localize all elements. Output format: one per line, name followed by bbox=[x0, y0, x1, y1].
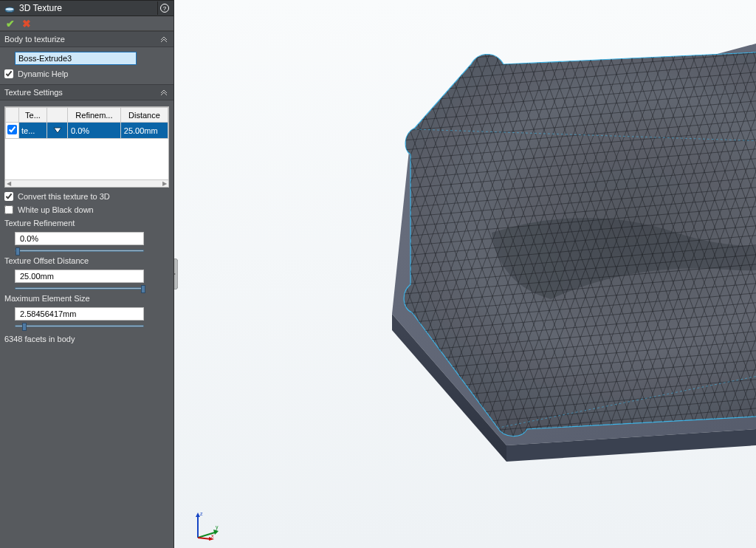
offset-label: Texture Offset Distance bbox=[4, 256, 169, 265]
panel-splitter-handle[interactable] bbox=[174, 258, 178, 290]
section-head-settings[interactable]: Texture Settings bbox=[0, 84, 173, 100]
elem-slider[interactable] bbox=[15, 325, 144, 327]
axis-y-label: y bbox=[216, 524, 219, 530]
axis-x-label: x bbox=[211, 533, 214, 538]
svg-line-237 bbox=[381, 33, 756, 43]
body-selection-input[interactable] bbox=[15, 52, 137, 65]
elem-input[interactable] bbox=[15, 307, 144, 321]
viewport-3d[interactable]: z y x bbox=[174, 0, 756, 548]
slider-thumb[interactable] bbox=[16, 247, 20, 256]
col-refinement[interactable]: Refinem... bbox=[68, 108, 121, 123]
section-head-body[interactable]: Body to texturize bbox=[0, 31, 173, 47]
col-texture[interactable]: Te... bbox=[19, 108, 47, 123]
confirm-row: ✔ ✖ bbox=[0, 16, 173, 31]
panel-title: 3D Texture bbox=[16, 3, 157, 13]
svg-line-128 bbox=[381, 33, 387, 462]
white-black-label: White up Black down bbox=[18, 205, 94, 214]
texture-icon bbox=[3, 1, 16, 15]
table-hscroll[interactable]: ◀▶ bbox=[5, 179, 168, 187]
offset-slider[interactable] bbox=[15, 287, 144, 290]
svg-line-18 bbox=[381, 33, 387, 462]
section-title: Body to texturize bbox=[4, 35, 65, 44]
help-icon[interactable]: ? bbox=[157, 1, 171, 15]
dynamic-help-checkbox[interactable] bbox=[4, 69, 13, 78]
collapse-icon[interactable] bbox=[159, 87, 169, 97]
row-enable-checkbox[interactable] bbox=[7, 125, 17, 134]
svg-marker-299 bbox=[213, 530, 219, 535]
view-triad[interactable]: z y x bbox=[189, 510, 220, 541]
slider-thumb[interactable] bbox=[22, 323, 27, 331]
elem-label: Maximum Element Size bbox=[4, 294, 169, 303]
svg-line-129 bbox=[381, 33, 397, 462]
collapse-icon[interactable] bbox=[159, 34, 169, 44]
slider-thumb[interactable] bbox=[141, 285, 145, 293]
svg-line-298 bbox=[198, 532, 217, 538]
offset-input[interactable] bbox=[15, 270, 144, 283]
facets-count: 6348 facets in body bbox=[4, 335, 169, 343]
row-name[interactable]: te... bbox=[19, 123, 47, 139]
section-texture-settings: Texture Settings Te... Refinem... Distan… bbox=[0, 84, 173, 349]
cancel-button[interactable]: ✖ bbox=[22, 18, 31, 30]
svg-line-19 bbox=[381, 33, 397, 462]
panel-header: 3D Texture ? bbox=[0, 0, 173, 16]
axis-z-label: z bbox=[200, 511, 203, 516]
row-distance[interactable]: 25.00mm bbox=[120, 123, 168, 139]
svg-line-238 bbox=[381, 33, 756, 52]
refine-input[interactable] bbox=[15, 232, 144, 245]
convert-3d-checkbox[interactable] bbox=[4, 192, 13, 201]
row-flip-icon[interactable] bbox=[47, 123, 68, 139]
section-body-to-texturize: Body to texturize Dynamic Help bbox=[0, 31, 173, 84]
svg-point-1 bbox=[5, 7, 14, 11]
refine-label: Texture Refinement bbox=[4, 219, 169, 227]
section-title: Texture Settings bbox=[4, 88, 63, 97]
dynamic-help-label: Dynamic Help bbox=[18, 69, 68, 78]
refine-slider[interactable] bbox=[15, 250, 144, 252]
texture-table[interactable]: Te... Refinem... Distance te... 0.0% 25.… bbox=[4, 106, 169, 188]
svg-text:?: ? bbox=[162, 5, 166, 12]
convert-3d-label: Convert this texture to 3D bbox=[18, 192, 110, 201]
table-row[interactable]: te... 0.0% 25.00mm bbox=[6, 123, 168, 139]
ok-button[interactable]: ✔ bbox=[6, 18, 15, 30]
row-refine[interactable]: 0.0% bbox=[68, 123, 121, 139]
white-black-checkbox[interactable] bbox=[4, 205, 13, 214]
col-distance[interactable]: Distance bbox=[120, 108, 168, 123]
property-panel: 3D Texture ? ✔ ✖ Body to texturize Dynam… bbox=[0, 0, 174, 548]
model-render bbox=[381, 33, 756, 462]
svg-marker-4 bbox=[54, 128, 61, 133]
